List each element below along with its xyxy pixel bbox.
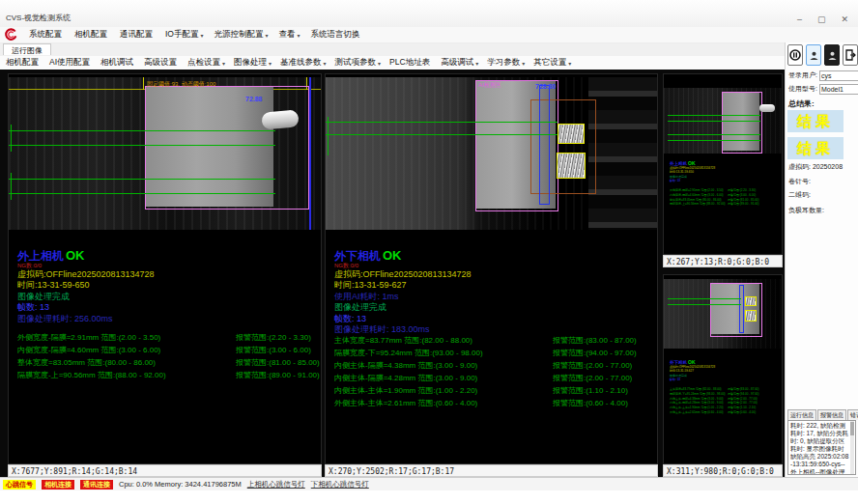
toolbar-item[interactable]: 测试项参数 ▾ <box>335 57 382 69</box>
login-user-field[interactable]: cys <box>819 70 858 81</box>
measurement-value: 内侧宽度-隔膜=4.60mm 范围:(3.00 - 6.00) <box>670 193 724 197</box>
measurement-line <box>668 121 760 122</box>
toolbar-item[interactable]: 高级调试 ▾ <box>441 57 478 69</box>
toolbar-items: 相机配置 AI使用配置 相机调试 高级设置 点检设置 ▾ 图像处理 ▾ 基准线参… <box>6 57 571 69</box>
chevron-down-icon: ▾ <box>200 32 203 39</box>
toolbar-item-label: 相机配置 <box>6 57 39 69</box>
ng-count-label: NG数:0/0 <box>17 262 155 269</box>
measurement-value: 隔膜宽度-下=95.24mm 范围:(93.00 - 98.00) <box>334 349 483 357</box>
menu-item[interactable]: 光源控制配置 ▾ <box>214 29 269 41</box>
measurement-line <box>9 193 275 194</box>
qr-code-label: 二维码: <box>788 190 811 200</box>
roi-rect-pink <box>722 92 762 154</box>
baseline-yellow-tick <box>143 77 144 90</box>
close-button[interactable]: ✕ <box>841 15 848 24</box>
log-tab[interactable]: 错误信息 <box>847 409 858 420</box>
tab-detect-rect <box>558 124 585 144</box>
toolbar-item-label: 高级调试 <box>441 57 473 69</box>
measurement-list-upper: 外侧宽度-隔膜=2.91mm 范围:(2.00 - 3.50) 报警范围:(2.… <box>17 331 319 381</box>
menu-item[interactable]: IO手配置 ▾ <box>165 29 204 41</box>
measurement-row: 隔膜宽度-上=90.56mm 范围:(88.00 - 92.00) 报警范围:(… <box>17 369 319 381</box>
measurement-value: 内侧主体-隔膜=4.28mm 范围:(3.00 - 9.00) <box>670 401 724 405</box>
threshold-label: 固定阈值:93, 动态阈值:100 <box>147 80 215 89</box>
measurement-line <box>326 134 558 135</box>
chevron-down-icon: ▾ <box>266 32 269 39</box>
virtual-code-label: 虚拟码: <box>788 163 811 170</box>
pause-button[interactable] <box>787 44 803 66</box>
exit-button[interactable] <box>843 44 858 66</box>
toolbar-item[interactable]: 图像处理 ▾ <box>234 57 272 69</box>
alarm-range: 报警范围:(2.00 - 77.00) <box>553 359 632 372</box>
alarm-range: 报警范围:(81.00 - 85.00) <box>236 356 320 369</box>
log-tab[interactable]: 报警信息 <box>817 409 846 420</box>
toolbar-item[interactable]: 相机调试 <box>100 57 135 69</box>
toolbar-item[interactable]: 点检设置 ▾ <box>187 57 225 69</box>
measurement-line <box>668 115 760 116</box>
camera-view-lower: AI检测区 728.80 外下相机OK NG数:0/0 虚拟码:OFFline2… <box>325 70 658 477</box>
menu-item-label: 系统配置 <box>29 29 62 41</box>
maximize-button[interactable]: ▢ <box>817 15 826 24</box>
result-badge-upper: 结果 <box>787 110 844 132</box>
thumbnail-canvas-upper[interactable]: 外上相机OK 虚拟码:OFFline2025020813134728 时间:13… <box>663 73 783 255</box>
measurement-value: 内侧宽度-隔膜=4.60mm 范围:(3.00 - 6.00) <box>17 346 160 354</box>
side-panel: 登录用户:cys 使用型号:Model1 总结果: 结果 结果 虚拟码: 202… <box>785 42 858 477</box>
log-output[interactable]: 耗时: 222, 缺陷检测耗时: 17, 缺陷分类耗时: 0, 缺陷提取分区耗时… <box>787 420 856 475</box>
camera-canvas-lower[interactable]: AI检测区 728.80 外下相机OK NG数:0/0 虚拟码:OFFline2… <box>325 73 658 464</box>
chevron-down-icon: ▾ <box>222 60 225 67</box>
virtual-code-label: 虚拟码:OFFline2025020813134728 <box>334 269 472 281</box>
toolbar-item[interactable]: 相机配置 <box>6 57 41 69</box>
measurement-line <box>9 130 275 131</box>
minimize-button[interactable]: – <box>797 15 802 24</box>
measure-value-label: 728.80 <box>535 83 556 90</box>
menu-item[interactable]: 系统语言切换 <box>311 29 362 41</box>
tab-detect-rect <box>745 310 757 322</box>
menu-item[interactable]: 系统配置 <box>29 29 64 41</box>
menu-item-label: IO手配置 <box>165 29 198 41</box>
model-field[interactable]: Model1 <box>819 84 858 95</box>
tab-count-label: 负极耳数量: <box>788 206 824 215</box>
measurement-line <box>668 304 741 305</box>
chevron-down-icon: ▾ <box>568 60 571 67</box>
frame-count-label: 帧数: 13 <box>334 314 472 325</box>
virtual-code-row: 虚拟码: 20250208 <box>788 162 843 172</box>
menu-item[interactable]: 相机配置 <box>74 29 109 41</box>
menu-item[interactable]: 查看 ▾ <box>279 29 300 41</box>
toolbar-item[interactable]: 高级设置 <box>144 57 179 69</box>
scrollbar-thumb[interactable] <box>850 422 854 435</box>
operator-mode-button[interactable] <box>824 44 840 66</box>
thumbnail-canvas-lower[interactable]: 外下相机OK 虚拟码:OFFline2025020813134728 时间:13… <box>663 274 783 464</box>
result-overlay-upper: 外上相机OK NG数:0/0 虚拟码:OFFline20250208131347… <box>17 250 155 324</box>
tab-run-image[interactable]: 运行图像 <box>3 43 51 55</box>
measurement-tick <box>11 173 12 200</box>
result-overlay-mini: 外下相机OK 虚拟码:OFFline2025020813134728 时间:13… <box>670 360 715 382</box>
toolbar-item-label: PLC地址表 <box>389 57 430 69</box>
toolbar-item[interactable]: 其它设置 ▾ <box>533 57 571 69</box>
log-tab[interactable]: 运行信息 <box>787 409 816 420</box>
menu-items: 系统配置 相机配置 通讯配置 IO手配置 ▾ 光源控制配置 ▾ 查看 ▾ 系统语… <box>29 29 362 41</box>
exit-door-icon <box>844 49 856 61</box>
toolbar-item-label: 基准线参数 <box>280 57 322 69</box>
window-title: CVS-视觉检测系统 <box>6 13 71 23</box>
frame-count-label: 帧数: 13 <box>17 302 155 314</box>
chevron-down-icon: ▾ <box>298 32 300 39</box>
login-user-label: 登录用户: <box>788 71 817 78</box>
processing-done-label: 图像处理完成 <box>17 292 155 303</box>
toolbar-item[interactable]: AI使用配置 <box>49 57 92 69</box>
log-scrollbar[interactable] <box>850 421 854 474</box>
measurement-row: 外侧宽度-隔膜=2.91mm 范围:(2.00 - 3.50) 报警范围:(2.… <box>17 331 319 344</box>
toolbar-item[interactable]: 学习参数 ▾ <box>487 57 525 69</box>
toolbar-item[interactable]: 基准线参数 ▾ <box>280 57 327 69</box>
pause-icon <box>789 49 801 61</box>
menu-item[interactable]: 通讯配置 <box>120 29 155 41</box>
comm-link-status-badge: 通讯连接 <box>80 480 113 490</box>
user-login-button[interactable] <box>806 44 821 66</box>
toolbar-item-label: 学习参数 <box>487 57 520 69</box>
measurement-line <box>9 145 275 146</box>
chevron-down-icon: ▾ <box>378 60 381 67</box>
ng-count-label: NG数:0/0 <box>334 262 472 269</box>
camera-canvas-upper[interactable]: 固定阈值:93, 动态阈值:100 72.88 外上相机OK NG数:0/0 虚… <box>8 73 322 464</box>
upper-camera-heartbeat-label: 上相机心跳信号灯 <box>247 480 305 490</box>
toolbar-item[interactable]: PLC地址表 <box>389 57 432 69</box>
toolbar: 相机配置 AI使用配置 相机调试 高级设置 点检设置 ▾ 图像处理 ▾ 基准线参… <box>0 56 785 70</box>
chevron-down-icon: ▾ <box>269 60 272 67</box>
